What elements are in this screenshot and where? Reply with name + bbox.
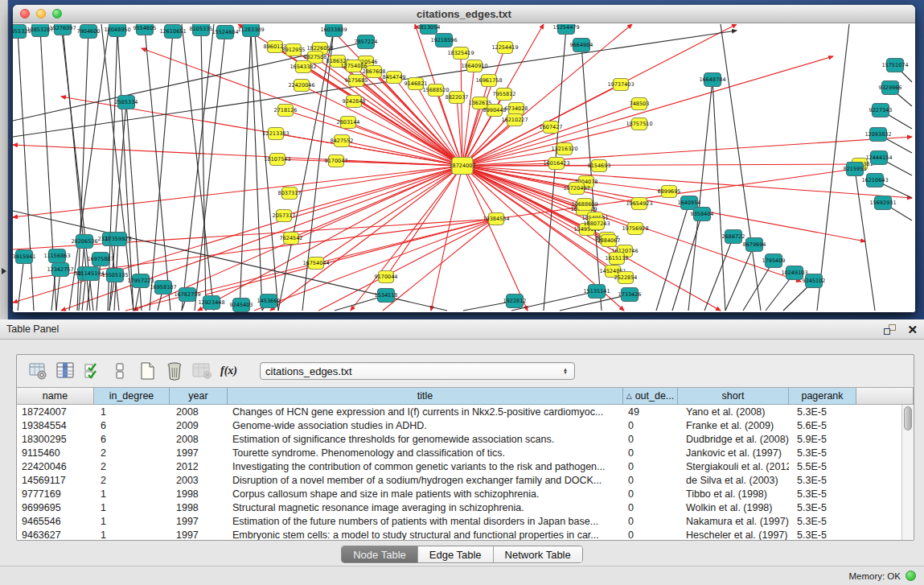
cell-out_de...: 0 bbox=[623, 475, 678, 486]
network-node-label: 19737403 bbox=[607, 81, 634, 88]
network-node-label: 2803144 bbox=[337, 119, 360, 126]
table-mode-icon[interactable] bbox=[27, 360, 48, 382]
network-node-label: 13216320 bbox=[551, 146, 577, 152]
select-rows-icon[interactable] bbox=[81, 360, 103, 382]
delete-column-icon[interactable] bbox=[163, 360, 185, 382]
column-header-name[interactable]: name bbox=[17, 388, 94, 405]
cell-name: 9465546 bbox=[17, 516, 94, 527]
deselect-rows-icon[interactable] bbox=[109, 360, 130, 382]
network-node-label: 8912955 bbox=[282, 47, 306, 53]
table-row[interactable]: 911546021997Tourette syndrome. Phenomeno… bbox=[17, 446, 901, 459]
table-row[interactable]: 1456911722003Disruption of a novel membe… bbox=[17, 473, 901, 487]
network-node-label: 17359928 bbox=[105, 236, 131, 242]
cell-out_de...: 0 bbox=[623, 461, 678, 472]
column-header-out_de...[interactable]: △out_de... bbox=[623, 388, 678, 405]
network-node-label: 15254479 bbox=[552, 24, 579, 31]
cell-in_degree: 1 bbox=[94, 516, 170, 527]
tab-network-table[interactable]: Network Table bbox=[494, 546, 582, 562]
network-node-label: 19384554 bbox=[483, 216, 509, 222]
cell-name: 9699695 bbox=[17, 502, 94, 513]
cell-out_de...: 0 bbox=[623, 529, 678, 541]
minimize-window-button[interactable] bbox=[36, 9, 46, 19]
table-row[interactable]: 2242004622012Investigating the contribut… bbox=[17, 459, 901, 473]
close-panel-icon[interactable]: ✕ bbox=[907, 323, 918, 336]
network-canvas[interactable]: 1872400719384554896012389129551822605898… bbox=[13, 24, 915, 312]
network-node-label: 16975887 bbox=[87, 256, 113, 262]
cell-name: 9777169 bbox=[17, 488, 94, 500]
network-node-label: 7624542 bbox=[280, 235, 303, 241]
delete-table-icon[interactable] bbox=[191, 360, 212, 382]
cell-title: Investigating the contribution of common… bbox=[228, 461, 623, 472]
column-header-pagerank[interactable]: pagerank bbox=[789, 388, 856, 405]
network-node-label: 9170047 bbox=[325, 158, 348, 164]
table-panel-header: Table Panel ✕ bbox=[0, 319, 924, 340]
table-scrollbar[interactable] bbox=[901, 405, 914, 540]
network-node-label: 1640954 bbox=[678, 200, 701, 206]
network-node-label: 13505135 bbox=[101, 272, 128, 278]
network-node-label: 16648784 bbox=[699, 76, 725, 83]
cell-title: Tourette syndrome. Phenomenology and cla… bbox=[228, 447, 623, 459]
table-row[interactable]: 946362711997Embryonic stem cells: a mode… bbox=[17, 528, 901, 540]
table-row[interactable]: 969969511998Structural magnetic resonanc… bbox=[17, 501, 901, 514]
network-node-label: 1607427 bbox=[540, 124, 563, 130]
table-row[interactable]: 1938455462009Genome-wide association stu… bbox=[17, 418, 901, 432]
cell-short: Nakamura et al. (1997) bbox=[678, 516, 789, 527]
column-header-short[interactable]: short bbox=[678, 388, 789, 405]
cell-short: Dudbridge et al. (2008) bbox=[678, 434, 789, 445]
table-row[interactable]: 1830029562008Estimation of significance … bbox=[17, 432, 901, 446]
cell-out_de...: 0 bbox=[623, 420, 678, 431]
scrollbar-thumb[interactable] bbox=[904, 406, 912, 431]
cell-short: Hescheler et al. (1997) bbox=[678, 529, 789, 541]
network-node-label: 6734028 bbox=[505, 105, 528, 112]
window-titlebar[interactable]: citations_edges.txt bbox=[13, 5, 915, 23]
network-node-label: 22420046 bbox=[288, 82, 314, 89]
float-panel-icon[interactable] bbox=[884, 324, 896, 335]
network-node-label: 16543382 bbox=[290, 64, 316, 70]
cell-in_degree: 2 bbox=[94, 447, 170, 459]
cell-in_degree: 6 bbox=[94, 420, 170, 431]
cell-name: 14569117 bbox=[17, 475, 94, 486]
new-column-icon[interactable] bbox=[136, 360, 158, 382]
cell-out_de...: 49 bbox=[623, 406, 678, 418]
column-visibility-icon[interactable] bbox=[54, 360, 76, 382]
column-header-year[interactable]: year bbox=[170, 388, 228, 405]
network-node-label: 8454749 bbox=[383, 74, 406, 80]
network-node-label: 1615132 bbox=[606, 255, 629, 262]
table-panel: Table Panel ✕ bbox=[0, 319, 924, 585]
zoom-window-button[interactable] bbox=[52, 9, 62, 19]
network-node-label: 1922812 bbox=[503, 298, 527, 304]
cell-title: Changes of HCN gene expression and I(f) … bbox=[228, 406, 623, 418]
network-node-label: 2718126 bbox=[274, 107, 298, 113]
network-node-label: 9827508 bbox=[304, 54, 327, 60]
tab-edge-table[interactable]: Edge Table bbox=[418, 546, 494, 562]
close-window-button[interactable] bbox=[20, 9, 30, 19]
memory-status-label: Memory: OK bbox=[848, 571, 901, 581]
cell-pagerank: 5.3E-5 bbox=[789, 516, 856, 527]
network-node-label: 12254419 bbox=[491, 44, 518, 51]
cell-title: Genome-wide association studies in ADHD. bbox=[228, 420, 623, 431]
network-window[interactable]: citations_edges.txt 18724007193845548960… bbox=[13, 5, 915, 312]
citation-network-graph[interactable]: 1872400719384554896012389129551822605898… bbox=[13, 24, 914, 312]
cell-pagerank: 5.9E-5 bbox=[789, 434, 856, 445]
table-row[interactable]: 1872400712008Changes of HCN gene express… bbox=[17, 405, 901, 418]
table-tabs: Node TableEdge TableNetwork Table bbox=[0, 546, 924, 563]
network-node-label: 18807243 bbox=[583, 220, 610, 227]
tab-node-table[interactable]: Node Table bbox=[342, 546, 418, 562]
network-node-label: 16958107 bbox=[150, 284, 176, 290]
table-selector-combobox[interactable]: citations_edges.txt ▲▼ bbox=[260, 362, 575, 380]
network-node-label: 9245403 bbox=[230, 302, 253, 308]
cell-name: 19384554 bbox=[17, 420, 94, 431]
memory-status-indicator-icon bbox=[906, 571, 916, 581]
function-builder-icon[interactable]: f(x) bbox=[218, 360, 240, 382]
panel-collapse-arrow-icon[interactable] bbox=[2, 268, 6, 274]
network-node-label: 1534518 bbox=[375, 292, 398, 299]
table-row[interactable]: 946554611997Estimation of the future num… bbox=[17, 514, 901, 528]
network-node-label: 8105335 bbox=[190, 26, 213, 32]
cell-name: 9115460 bbox=[17, 447, 94, 459]
table-row[interactable]: 977716911998Corpus callosum shape and si… bbox=[17, 487, 901, 501]
network-node-label: 2522854 bbox=[614, 274, 638, 281]
column-header-title[interactable]: title bbox=[228, 388, 623, 405]
column-header-in_degree[interactable]: in_degree bbox=[94, 388, 170, 405]
network-node-label: 20206536 bbox=[71, 238, 97, 245]
network-node-label: 15276097 bbox=[49, 25, 76, 31]
